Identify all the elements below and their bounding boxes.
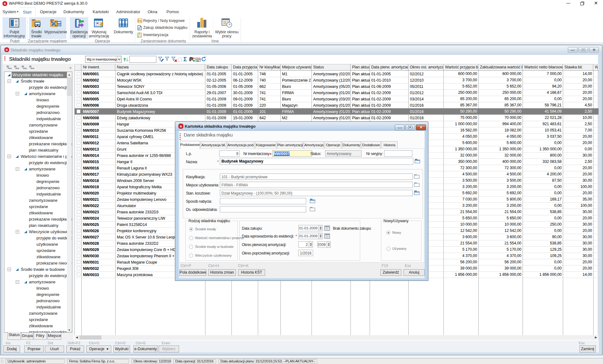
- svg-text:B: B: [6, 48, 8, 51]
- svg-text:PK: PK: [138, 19, 142, 23]
- svg-text:B: B: [4, 2, 6, 5]
- svg-text:B: B: [180, 125, 182, 128]
